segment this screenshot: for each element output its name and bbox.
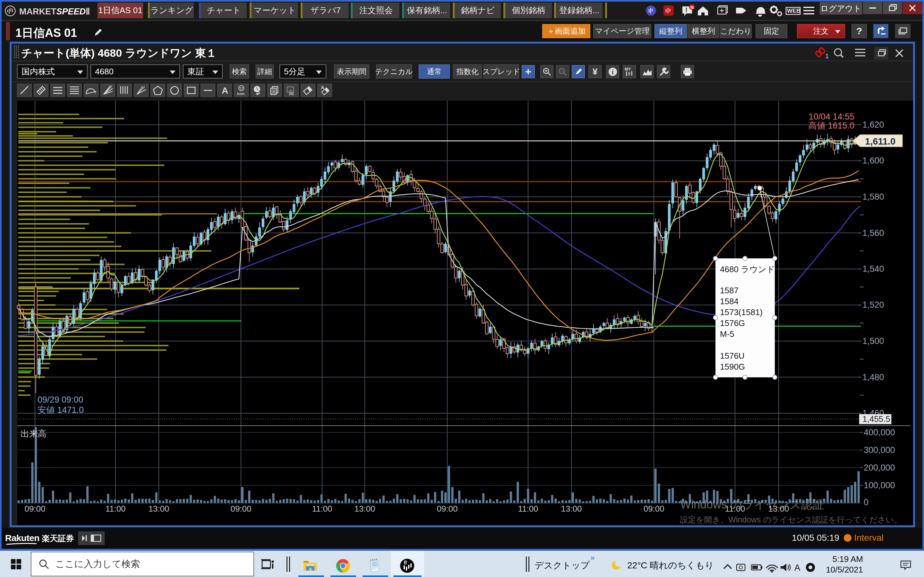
svg-text:300,000: 300,000 — [864, 445, 895, 455]
svg-text:1573(1581): 1573(1581) — [720, 308, 762, 317]
svg-text:11:00: 11:00 — [518, 504, 538, 514]
svg-text:1,600: 1,600 — [863, 156, 884, 165]
svg-text:1,500: 1,500 — [863, 336, 884, 346]
svg-text:安値 1471.0: 安値 1471.0 — [37, 405, 84, 415]
svg-text:400,000: 400,000 — [864, 428, 895, 437]
svg-text:1,611.0: 1,611.0 — [865, 136, 895, 147]
svg-text:1576U: 1576U — [720, 351, 745, 361]
svg-text:1576G: 1576G — [720, 318, 745, 328]
svg-text:13:00: 13:00 — [148, 504, 169, 514]
svg-text:1,560: 1,560 — [863, 228, 884, 238]
svg-text:09:00: 09:00 — [24, 504, 45, 514]
svg-text:100,000: 100,000 — [864, 480, 895, 490]
svg-text:0: 0 — [864, 498, 869, 507]
svg-text:13:00: 13:00 — [561, 504, 582, 514]
svg-text:09:00: 09:00 — [230, 504, 251, 514]
svg-text:1587: 1587 — [720, 285, 738, 295]
svg-text:1,455.5: 1,455.5 — [863, 414, 890, 424]
svg-text:1,480: 1,480 — [863, 372, 884, 382]
svg-text:出来高: 出来高 — [21, 429, 47, 438]
svg-text:1,520: 1,520 — [863, 300, 884, 309]
svg-text:1,580: 1,580 — [863, 192, 884, 201]
svg-text:A: A — [795, 563, 800, 572]
svg-text:4680 ラウンド: 4680 ラウンド — [720, 264, 775, 274]
svg-text:1,540: 1,540 — [863, 264, 884, 274]
svg-text:09:00: 09:00 — [437, 504, 457, 514]
svg-text:1590G: 1590G — [720, 362, 745, 372]
svg-text:13:00: 13:00 — [354, 504, 375, 514]
svg-text:10/04 14:55: 10/04 14:55 — [809, 112, 855, 121]
svg-text:11:00: 11:00 — [105, 504, 126, 514]
svg-text:高値 1615.0: 高値 1615.0 — [808, 121, 855, 131]
svg-text:11:00: 11:00 — [312, 504, 332, 514]
svg-text:M-5: M-5 — [720, 329, 734, 339]
svg-text:200,000: 200,000 — [864, 463, 895, 472]
svg-text:09:00: 09:00 — [643, 504, 664, 514]
svg-text:1,620: 1,620 — [863, 120, 884, 129]
svg-text:09/29 09:00: 09/29 09:00 — [37, 395, 83, 405]
svg-text:1584: 1584 — [720, 297, 738, 306]
